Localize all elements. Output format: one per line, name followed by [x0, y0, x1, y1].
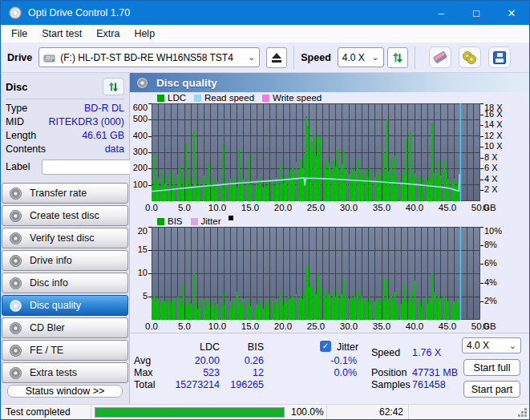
result-jitter-value: -0.1% [299, 355, 357, 366]
chart-y-axis-left: 100200300400500600 [130, 103, 152, 201]
y-axis-label: 300 [133, 147, 148, 156]
divider [6, 99, 124, 99]
sidebar-item-label: Drive info [30, 255, 72, 266]
sidebar-item-label: Disc quality [30, 300, 81, 311]
refresh-icon [107, 81, 119, 93]
drive-select[interactable]: (F:) HL-DT-ST BD-RE WH16NS58 TST4 ⌄ [38, 47, 260, 67]
start-part-button[interactable]: Start part [463, 381, 520, 398]
test-speed-select[interactable]: 4.0 X ⌄ [462, 337, 521, 353]
stat-label-speed: Speed [371, 347, 400, 358]
progress-fill [95, 408, 284, 417]
tick-mark [148, 168, 152, 169]
main-header: Disc quality [130, 73, 529, 92]
chart-plot-area [152, 227, 480, 320]
tick-mark [148, 273, 152, 274]
legend-label: Read speed [204, 93, 254, 103]
chart2: 51015202%4%6%8%10% [130, 227, 529, 320]
read-speed-swatch [194, 95, 201, 102]
minimize-button[interactable]: – [423, 1, 459, 25]
close-button[interactable]: ✕ [494, 1, 529, 25]
speed-select[interactable]: 4.0 X ⌄ [338, 47, 384, 67]
disc-icon [10, 277, 22, 289]
menu-start-test[interactable]: Start test [34, 26, 89, 41]
sidebar-item-disc-quality[interactable]: Disc quality [2, 295, 128, 316]
save-button[interactable] [488, 46, 511, 68]
status-window-button[interactable]: Status window >> [7, 385, 123, 398]
disc-panel-title: Disc [6, 81, 27, 93]
chart1-x-axis: 0.05.010.015.020.025.030.035.040.045.050… [130, 201, 529, 216]
bis-swatch [157, 218, 164, 225]
drive-label: Drive [7, 52, 32, 63]
disc-info-value: RITEKDR3 (000) [49, 115, 124, 129]
result-bis-value: 196265 [206, 379, 264, 390]
chart1: 1002003004005006002 X4 X6 X8 X10 X12 X14… [130, 103, 529, 201]
compare-discs-button[interactable] [459, 46, 481, 68]
y-axis-label: 600 [133, 103, 148, 112]
legend-item-bis: BIS [157, 216, 183, 226]
sidebar-item-fe-te[interactable]: FE / TE [2, 340, 128, 361]
x-axis-label: 5.0 [178, 203, 191, 212]
start-full-button[interactable]: Start full [463, 359, 520, 376]
tick-mark [480, 125, 483, 126]
disc-icon [10, 300, 22, 312]
sidebar-item-label: Disc info [30, 277, 68, 289]
drive-select-value: (F:) HL-DT-ST BD-RE WH16NS58 TST4 [60, 52, 233, 63]
chart-y-axis-left: 5101520 [130, 227, 152, 320]
y-axis-label: 100 [133, 180, 148, 189]
x-axis-label: 40.0 [406, 203, 423, 212]
disc-icon [10, 367, 22, 379]
sidebar-item-disc-info[interactable]: Disc info [2, 273, 128, 293]
menu-extra[interactable]: Extra [89, 26, 127, 41]
sidebar-item-extra-tests[interactable]: Extra tests [2, 362, 128, 383]
refresh-button[interactable] [387, 47, 408, 68]
sidebar-item-transfer-rate[interactable]: Transfer rate [2, 183, 128, 204]
y-axis-label: 200 [133, 163, 148, 172]
maximize-button[interactable]: □ [459, 1, 494, 25]
result-bis-value: 0.26 [206, 355, 264, 366]
tick-mark [480, 147, 483, 147]
right-axis-label: 8 X [484, 152, 498, 162]
menu-file[interactable]: File [4, 26, 34, 41]
disc-refresh-button[interactable] [103, 78, 124, 95]
sidebar-item-cd-bler[interactable]: CD Bler [2, 317, 128, 338]
disc-info-label: MID [6, 115, 24, 129]
statusbar: Test completed 100.0% 62:42 [1, 404, 529, 419]
chart-y-axis-right: 2%4%6%8%10% [480, 227, 509, 320]
sidebar-item-label: FE / TE [30, 345, 63, 356]
results-panel: LDC BIS Avg20.000.26-0.1%Max523120.0%Tot… [130, 333, 529, 404]
chart-plot-area [152, 103, 480, 201]
x-axis-label: 45.0 [439, 203, 456, 212]
disc-info-row-contents: Contentsdata [6, 143, 124, 156]
legend-label: Write speed [273, 93, 322, 103]
eraser-icon [433, 50, 447, 63]
jitter-checkbox[interactable]: ✓ [320, 341, 331, 352]
disc-icon [10, 255, 22, 267]
main-panel: Disc quality LDCRead speedWrite speed 10… [130, 73, 529, 404]
tick-mark [148, 250, 152, 251]
legend-item-jitter: Jitter [191, 216, 221, 226]
write-speed-swatch [262, 95, 269, 102]
tick-mark [148, 227, 152, 228]
sidebar-item-drive-info[interactable]: Drive info [2, 250, 128, 271]
sidebar-item-label: Extra tests [30, 367, 77, 378]
toolbar: Drive (F:) HL-DT-ST BD-RE WH16NS58 TST4 … [1, 42, 529, 73]
tick-mark [148, 297, 152, 297]
x-axis-label: 15.0 [241, 321, 259, 331]
x-axis-label: 10.0 [208, 203, 226, 212]
sidebar-item-create-test-disc[interactable]: Create test disc [2, 205, 128, 226]
y-axis-label: 400 [133, 131, 148, 140]
drive-icon [43, 51, 56, 64]
menu-help[interactable]: Help [127, 26, 162, 41]
erase-disc-button[interactable] [429, 46, 451, 68]
right-axis-label: 18 X [484, 103, 503, 112]
right-axis-label: 10% [484, 226, 502, 236]
tick-mark [480, 180, 483, 180]
progress-cell [91, 405, 288, 419]
tick-mark [480, 158, 483, 159]
sidebar-item-verify-test-disc[interactable]: Verify test disc [2, 228, 128, 248]
save-icon [493, 51, 506, 64]
stat-value-position: 47731 MB [412, 367, 458, 378]
eject-button[interactable] [266, 47, 287, 68]
x-axis-label: 0.0 [145, 321, 158, 331]
resize-grip[interactable] [524, 408, 527, 410]
